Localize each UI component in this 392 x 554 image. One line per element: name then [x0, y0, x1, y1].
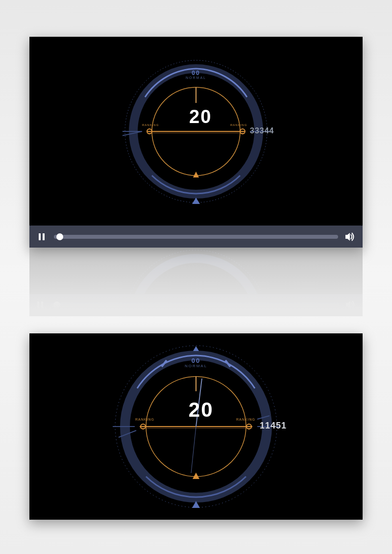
- svg-marker-7: [193, 172, 199, 177]
- hud-side-readout: 33344: [250, 126, 274, 135]
- hud-top-code: 00: [192, 357, 200, 364]
- volume-button[interactable]: [345, 231, 356, 242]
- reflection-decoration: [29, 248, 363, 316]
- pause-button[interactable]: [36, 231, 47, 242]
- video-still-card: 00 NORMAL 20 11451 RANKING RANKING: [29, 333, 363, 520]
- reflection-fade: [29, 248, 363, 316]
- volume-icon: [345, 232, 355, 241]
- still-viewport: 00 NORMAL 20 11451 RANKING RANKING: [29, 333, 363, 520]
- hud-side-readout: 11451: [260, 421, 287, 431]
- progress-thumb[interactable]: [56, 233, 63, 240]
- hud-left-ranking-label: RANKING: [135, 418, 154, 421]
- hud-right-ranking-label: RANKING: [230, 124, 247, 126]
- hud-center-value: 20: [189, 106, 212, 127]
- player-controls: [29, 226, 363, 248]
- svg-point-20: [133, 258, 259, 294]
- svg-marker-15: [345, 233, 350, 241]
- svg-rect-16: [37, 302, 39, 309]
- svg-point-19: [125, 250, 267, 294]
- svg-rect-17: [41, 302, 43, 309]
- hud-top-label: NORMAL: [186, 76, 206, 79]
- pause-icon: [38, 233, 46, 241]
- svg-line-29: [191, 427, 196, 473]
- hud-top-label: NORMAL: [185, 364, 207, 368]
- hud-left-ranking-label: RANKING: [142, 124, 159, 126]
- hud-ring-svg: [113, 343, 279, 510]
- svg-marker-18: [346, 302, 350, 309]
- hud-gauge: 00 NORMAL 20 33344 RANKING RANKING: [122, 58, 270, 205]
- svg-rect-14: [43, 233, 45, 240]
- video-player-card: 00 NORMAL 20 33344 RANKING RANKING: [29, 37, 363, 248]
- svg-marker-32: [193, 346, 199, 351]
- video-viewport: 00 NORMAL 20 33344 RANKING RANKING: [29, 37, 363, 226]
- hud-top-code: 00: [192, 70, 200, 76]
- hud-gauge: 00 NORMAL 20 11451 RANKING RANKING: [113, 343, 279, 510]
- svg-marker-31: [193, 473, 199, 479]
- svg-marker-9: [192, 198, 200, 204]
- hud-ring-svg: [122, 58, 270, 205]
- hud-right-ranking-label: RANKING: [236, 418, 255, 421]
- progress-bar[interactable]: [54, 235, 338, 239]
- hud-center-value: 20: [189, 398, 214, 422]
- svg-rect-13: [39, 233, 41, 240]
